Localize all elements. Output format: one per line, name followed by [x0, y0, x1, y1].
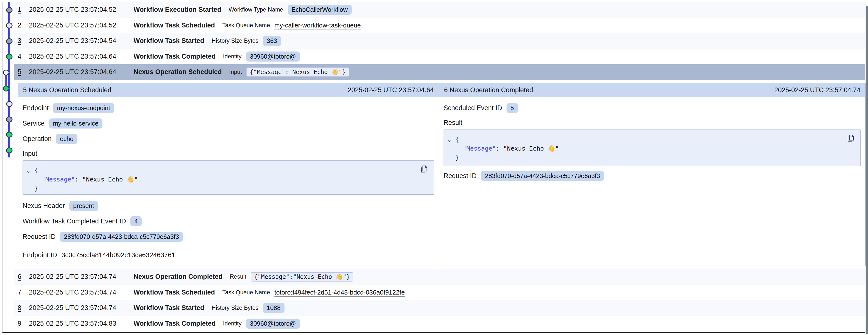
timeline-node-event-8[interactable] — [6, 116, 12, 122]
event-row-5-selected[interactable]: 5 2025-02-25 UTC 23:57:04.64 Nexus Opera… — [14, 64, 865, 80]
event-row-4[interactable]: 4 2025-02-25 UTC 23:57:04.64 Workflow Ta… — [14, 49, 865, 64]
event-id-link[interactable]: 2 — [18, 22, 27, 29]
json-line: "Message": "Nexus Echo 👋" — [34, 175, 429, 184]
timeline-node-event-6[interactable] — [3, 86, 9, 91]
event-name: Nexus Operation Completed — [133, 273, 222, 281]
timeline-node-event-5[interactable] — [3, 69, 9, 76]
panel-timestamp: 2025-02-25 UTC 23:57:04.64 — [348, 86, 434, 94]
json-line: } — [455, 153, 856, 162]
scheduled-event-id-value-chip: 5 — [506, 103, 518, 113]
copy-icon[interactable] — [420, 165, 428, 174]
event-detail-panels: 5 Nexus Operation Scheduled 2025-02-25 U… — [18, 83, 866, 266]
event-name: Workflow Execution Started — [133, 6, 221, 13]
event-timestamp: 2025-02-25 UTC 23:57:04.83 — [29, 320, 133, 327]
event-row-1[interactable]: 1 2025-02-25 UTC 23:57:04.52 Workflow Ex… — [14, 2, 865, 18]
event-id-link[interactable]: 6 — [18, 273, 27, 281]
event-name: Workflow Task Scheduled — [133, 289, 215, 296]
table-left-border — [2, 2, 3, 333]
event-timestamp: 2025-02-25 UTC 23:57:04.52 — [29, 22, 133, 29]
json-line: } — [34, 184, 429, 193]
service-value-chip: my-hello-service — [49, 118, 102, 129]
json-line: { — [455, 135, 856, 144]
task-queue-link[interactable]: totoro:f494fecf-2d51-4d48-bdcd-036a0f912… — [275, 289, 405, 296]
timeline-node-event-7[interactable] — [6, 101, 12, 107]
timeline-nexus-branch-line — [5, 75, 7, 87]
endpoint-label: Endpoint — [23, 104, 49, 112]
event-attr-label: Workflow Type Name — [229, 6, 283, 13]
event-timestamp: 2025-02-25 UTC 23:57:04.64 — [29, 68, 133, 76]
timeline-node-event-1[interactable] — [6, 7, 12, 13]
json-line: "Message": "Nexus Echo 👋" — [455, 144, 856, 153]
event-row-8[interactable]: 8 2025-02-25 UTC 23:57:04.74 Workflow Ta… — [14, 300, 865, 316]
panel-title: 5 Nexus Operation Scheduled — [23, 86, 111, 94]
wtc-event-id-label: Workflow Task Completed Event ID — [23, 218, 126, 225]
event-name: Workflow Task Completed — [133, 53, 216, 60]
event-attr-value-chip: 30960@totoro@ — [246, 52, 300, 61]
panel-timestamp: 2025-02-25 UTC 23:57:04.74 — [774, 86, 860, 94]
wtc-event-id-value-chip: 4 — [130, 216, 142, 226]
event-result-json-chip: {"Message":"Nexus Echo 👋"} — [251, 272, 353, 282]
request-id-label: Request ID — [23, 233, 56, 241]
event-timestamp: 2025-02-25 UTC 23:57:04.74 — [29, 273, 133, 281]
event-id-link[interactable]: 1 — [18, 6, 27, 13]
event-timestamp: 2025-02-25 UTC 23:57:04.54 — [29, 37, 133, 45]
event-history-table-continued: 6 2025-02-25 UTC 23:57:04.74 Nexus Opera… — [14, 269, 865, 331]
event-attr-value-chip: EchoCallerWorkflow — [288, 5, 352, 15]
input-label: Input — [23, 150, 37, 158]
timeline-node-event-4[interactable] — [6, 54, 12, 60]
collapse-chevron-icon[interactable]: ⌄ — [447, 136, 452, 142]
event-row-6[interactable]: 6 2025-02-25 UTC 23:57:04.74 Nexus Opera… — [14, 269, 865, 285]
panel-title: 6 Nexus Operation Completed — [444, 86, 533, 94]
input-json-viewer: ⌄ { "Message": "Nexus Echo 👋" } — [23, 160, 434, 195]
event-name: Workflow Task Started — [133, 304, 205, 312]
event-attr-value-chip: 1088 — [263, 303, 284, 313]
event-attr-label: Input — [229, 69, 242, 75]
request-id-value-chip: 283fd070-d57a-4423-bdca-c5c779e6a3f3 — [60, 232, 183, 242]
event-attr-label: Task Queue Name — [222, 289, 270, 296]
request-id-label: Request ID — [443, 172, 477, 180]
event-id-link[interactable]: 4 — [18, 53, 27, 60]
request-id-value-chip: 283fd070-d57a-4423-bdca-c5c779e6a3f3 — [481, 171, 604, 181]
event-attr-label: Identity — [223, 53, 242, 60]
event-id-link[interactable]: 8 — [18, 304, 27, 312]
endpoint-value-chip: my-nexus-endpoint — [53, 103, 114, 113]
event-name: Workflow Task Started — [133, 37, 205, 45]
event-attr-value-chip: 363 — [263, 36, 281, 46]
timeline-node-event-10[interactable] — [6, 147, 12, 153]
event-attr-label: Result — [230, 274, 246, 280]
event-row-7[interactable]: 7 2025-02-25 UTC 23:57:04.74 Workflow Ta… — [14, 285, 865, 301]
event-attr-label: History Size Bytes — [212, 37, 258, 44]
event-row-3[interactable]: 3 2025-02-25 UTC 23:57:04.54 Workflow Ta… — [14, 33, 865, 49]
event-id-link[interactable]: 5 — [18, 68, 27, 76]
event-attr-label: Identity — [223, 320, 242, 327]
event-attr-value-chip: 30960@totoro@ — [246, 318, 300, 329]
timeline-node-event-3[interactable] — [6, 38, 12, 44]
event-history-table: 1 2025-02-25 UTC 23:57:04.52 Workflow Ex… — [14, 2, 865, 80]
collapse-chevron-icon[interactable]: ⌄ — [27, 167, 30, 173]
task-queue-link[interactable]: my-caller-workflow-task-queue — [275, 22, 361, 29]
endpoint-id-link[interactable]: 3c0c75ccfa8144b092c13ce632463761 — [62, 251, 175, 259]
event-row-2[interactable]: 2 2025-02-25 UTC 23:57:04.52 Workflow Ta… — [14, 18, 865, 33]
result-label: Result — [443, 119, 462, 127]
json-line: { — [34, 166, 429, 175]
event-timestamp: 2025-02-25 UTC 23:57:04.74 — [29, 289, 133, 296]
scheduled-event-id-label: Scheduled Event ID — [443, 104, 502, 112]
panel-header[interactable]: 6 Nexus Operation Completed 2025-02-25 U… — [439, 83, 865, 97]
event-row-9[interactable]: 9 2025-02-25 UTC 23:57:04.83 Workflow Ta… — [14, 316, 865, 332]
copy-icon[interactable] — [846, 134, 855, 143]
timeline-node-event-2[interactable] — [6, 23, 12, 28]
operation-label: Operation — [23, 135, 52, 143]
result-json-viewer: ⌄ { "Message": "Nexus Echo 👋" } — [443, 130, 861, 166]
event-name: Workflow Task Scheduled — [133, 22, 215, 29]
event-name: Nexus Operation Scheduled — [133, 68, 222, 76]
scrollbar-thumb[interactable] — [866, 6, 868, 334]
panel-header[interactable]: 5 Nexus Operation Scheduled 2025-02-25 U… — [18, 83, 439, 97]
next-row-divider — [2, 332, 865, 333]
event-attr-label: Task Queue Name — [222, 22, 270, 29]
timeline-node-event-9[interactable] — [6, 132, 12, 138]
event-id-link[interactable]: 7 — [18, 289, 27, 296]
service-label: Service — [23, 120, 44, 127]
event-id-link[interactable]: 9 — [18, 320, 27, 327]
event-id-link[interactable]: 3 — [18, 37, 27, 45]
nexus-header-value-chip: present — [69, 201, 98, 211]
